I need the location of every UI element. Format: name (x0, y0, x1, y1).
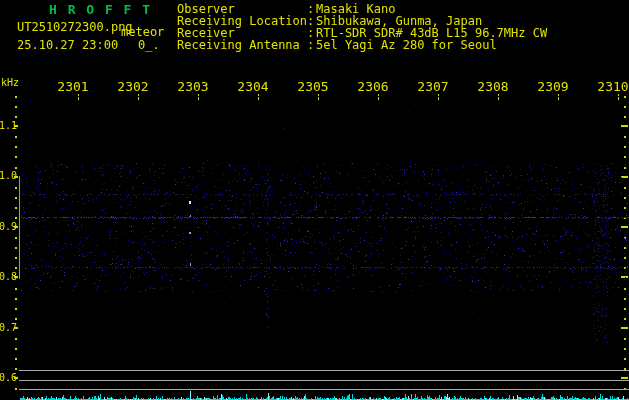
app-title: H R O F F T (49, 3, 152, 16)
freq-tick-label: 0.8 (0, 272, 17, 282)
freq-tick-label: 0.7 (0, 323, 17, 333)
time-tick-label: 2305 (291, 80, 335, 93)
time-tick-label: 2310 (591, 80, 629, 93)
hrofft-screen: H R O F F T UT2510272300.png meteor 25.1… (0, 0, 629, 400)
freq-axis-unit-label: kHz (1, 78, 19, 88)
time-tick-label: 2307 (411, 80, 455, 93)
time-tick-label: 2303 (171, 80, 215, 93)
info-label-3: Receiving Antenna (177, 39, 300, 51)
time-tick-label: 2302 (111, 80, 155, 93)
station-name: meteor (121, 26, 164, 38)
info-value-3: 5el Yagi Az 280 for Seoul (316, 39, 497, 51)
freq-tick-label: 1.1 (0, 121, 17, 131)
freq-tick-label: 0.6 (0, 373, 17, 383)
output-filename: UT2510272300.png (17, 21, 133, 33)
time-tick-label: 2306 (351, 80, 395, 93)
freq-tick-label: 0.9 (0, 222, 17, 232)
time-tick-label: 2304 (231, 80, 275, 93)
info-colon-3: : (307, 39, 314, 51)
freq-tick-label: 1.0 (0, 171, 17, 181)
spectrogram-canvas (0, 0, 629, 400)
echo-counter: 0_. (138, 39, 160, 51)
time-tick-label: 2308 (471, 80, 515, 93)
observation-datetime: 25.10.27 23:00 (17, 39, 118, 51)
time-tick-label: 2309 (531, 80, 575, 93)
time-tick-label: 2301 (51, 80, 95, 93)
